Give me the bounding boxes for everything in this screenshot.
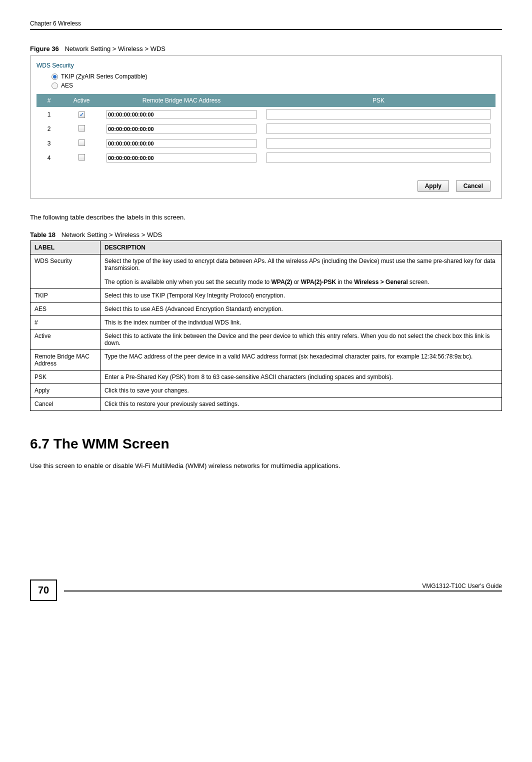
row-active-cell [62, 107, 102, 122]
screenshot-panel: WDS Security TKIP (ZyAIR Series Compatib… [30, 56, 502, 198]
psk-input[interactable] [266, 124, 490, 134]
radio-tkip-label: TKIP (ZyAIR Series Compatible) [61, 73, 148, 80]
apply-button[interactable]: Apply [418, 180, 449, 192]
desc-row-label: WDS Security [30, 254, 100, 289]
active-checkbox[interactable] [78, 140, 85, 146]
row-psk-cell [262, 136, 496, 150]
row-psk-cell [262, 150, 496, 165]
wds-table-row: 3 [36, 136, 496, 150]
radio-aes-button[interactable] [52, 82, 58, 89]
radio-aes-row[interactable]: AES [52, 82, 496, 89]
section-heading: 6.7 The WMM Screen [30, 436, 502, 452]
desc-row-description: Type the MAC address of the peer device … [100, 350, 502, 370]
page-header: Chapter 6 Wireless [30, 20, 502, 30]
button-row: Apply Cancel [36, 180, 496, 192]
figure-caption: Figure 36 Network Setting > Wireless > W… [30, 45, 502, 52]
desc-row-label: # [30, 316, 100, 330]
mac-input[interactable] [106, 110, 256, 119]
footer-line [64, 590, 502, 592]
table-label: Table 18 [30, 231, 56, 238]
footer: 70 VMG1312-T10C User's Guide [30, 580, 502, 601]
desc-header-label: LABEL [30, 241, 100, 254]
desc-row-label: Active [30, 330, 100, 350]
psk-input[interactable] [266, 152, 490, 163]
desc-row-description: Select this to activate the link between… [100, 330, 502, 350]
row-num: 2 [36, 122, 62, 136]
row-mac-cell [102, 122, 262, 136]
cancel-button[interactable]: Cancel [456, 180, 490, 192]
psk-input[interactable] [266, 109, 490, 120]
wds-table: # Active Remote Bridge MAC Address PSK 1… [36, 94, 496, 165]
wds-table-row: 2 [36, 122, 496, 136]
intro-text: The following table describes the labels… [30, 214, 502, 221]
desc-table-row: PSKEnter a Pre-Shared Key (PSK) from 8 t… [30, 370, 502, 384]
desc-row-label: PSK [30, 370, 100, 384]
table-caption: Table 18 Network Setting > Wireless > WD… [30, 231, 502, 238]
row-num: 4 [36, 150, 62, 165]
psk-input[interactable] [266, 138, 490, 148]
active-checkbox[interactable] [78, 154, 85, 160]
footer-guide: VMG1312-T10C User's Guide [64, 582, 502, 590]
desc-header-desc: DESCRIPTION [100, 241, 502, 254]
desc-table-row: ApplyClick this to save your changes. [30, 384, 502, 398]
wds-security-label: WDS Security [36, 62, 496, 69]
mac-input[interactable] [106, 124, 256, 134]
desc-table-row: #This is the index number of the individ… [30, 316, 502, 330]
row-psk-cell [262, 107, 496, 122]
desc-row-label: Remote Bridge MAC Address [30, 350, 100, 370]
desc-row-description: Click this to save your changes. [100, 384, 502, 398]
row-psk-cell [262, 122, 496, 136]
radio-aes-label: AES [61, 82, 73, 89]
desc-table-row: AESSelect this to use AES (Advanced Encr… [30, 302, 502, 316]
radio-tkip-row[interactable]: TKIP (ZyAIR Series Compatible) [52, 73, 496, 80]
page-number: 70 [30, 580, 57, 601]
wds-table-header-row: # Active Remote Bridge MAC Address PSK [36, 94, 496, 107]
figure-title: Network Setting > Wireless > WDS [64, 45, 166, 52]
desc-table-row: TKIPSelect this to use TKIP (Temporal Ke… [30, 289, 502, 302]
section-body: Use this screen to enable or disable Wi-… [30, 462, 502, 470]
active-checkbox[interactable] [78, 112, 85, 118]
col-header-active: Active [62, 94, 102, 107]
row-num: 1 [36, 107, 62, 122]
desc-row-label: TKIP [30, 289, 100, 302]
desc-row-description: Select the type of the key used to encry… [100, 254, 502, 289]
desc-table-row: Remote Bridge MAC AddressType the MAC ad… [30, 350, 502, 370]
desc-row-description: Select this to use AES (Advanced Encrypt… [100, 302, 502, 316]
active-checkbox[interactable] [78, 125, 85, 132]
radio-group: TKIP (ZyAIR Series Compatible) AES [52, 73, 496, 89]
col-header-psk: PSK [262, 94, 496, 107]
row-active-cell [62, 150, 102, 165]
table-title: Network Setting > Wireless > WDS [62, 231, 162, 238]
mac-input[interactable] [106, 139, 256, 148]
mac-input[interactable] [106, 154, 256, 162]
chapter-label: Chapter 6 Wireless [30, 20, 81, 27]
desc-row-description: Click this to restore your previously sa… [100, 398, 502, 411]
desc-table-row: WDS SecuritySelect the type of the key u… [30, 254, 502, 289]
wds-table-row: 4 [36, 150, 496, 165]
col-header-mac: Remote Bridge MAC Address [102, 94, 262, 107]
desc-row-label: Cancel [30, 398, 100, 411]
row-mac-cell [102, 150, 262, 165]
col-header-num: # [36, 94, 62, 107]
desc-table-row: ActiveSelect this to activate the link b… [30, 330, 502, 350]
figure-label: Figure 36 [30, 45, 59, 52]
radio-tkip-button[interactable] [52, 74, 58, 80]
desc-table-header-row: LABEL DESCRIPTION [30, 241, 502, 254]
desc-row-label: AES [30, 302, 100, 316]
row-active-cell [62, 136, 102, 150]
desc-row-description: Enter a Pre-Shared Key (PSK) from 8 to 6… [100, 370, 502, 384]
row-num: 3 [36, 136, 62, 150]
row-mac-cell [102, 107, 262, 122]
row-mac-cell [102, 136, 262, 150]
desc-row-description: Select this to use TKIP (Temporal Key In… [100, 289, 502, 302]
desc-table-row: CancelClick this to restore your previou… [30, 398, 502, 411]
desc-row-description: This is the index number of the individu… [100, 316, 502, 330]
wds-table-row: 1 [36, 107, 496, 122]
desc-row-label: Apply [30, 384, 100, 398]
description-table: LABEL DESCRIPTION WDS SecuritySelect the… [30, 240, 502, 411]
row-active-cell [62, 122, 102, 136]
